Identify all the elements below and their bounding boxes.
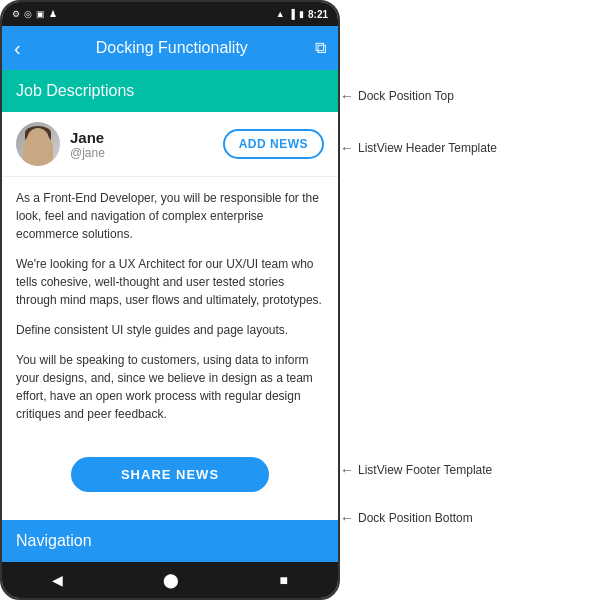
status-time: 8:21 <box>308 9 328 20</box>
avatar-image <box>16 122 60 166</box>
dock-bottom: Navigation <box>2 520 338 562</box>
arrow-left-footer-icon: ← <box>340 462 354 478</box>
user-info: Jane @jane <box>70 129 223 160</box>
nav-back-button[interactable]: ◀ <box>52 572 63 588</box>
dock-bottom-title: Navigation <box>16 532 92 549</box>
avatar-face <box>23 132 53 166</box>
nav-recent-button[interactable]: ■ <box>279 572 287 588</box>
dock-top: Job Descriptions <box>2 70 338 112</box>
user-handle: @jane <box>70 146 223 160</box>
square-icon: ▣ <box>36 9 45 19</box>
annotation-list-header-label: ListView Header Template <box>358 141 497 155</box>
paragraph-1: As a Front-End Developer, you will be re… <box>16 189 324 243</box>
annotation-dock-bottom: ← Dock Position Bottom <box>340 510 473 526</box>
arrow-left-header-icon: ← <box>340 140 354 156</box>
circle-icon: ◎ <box>24 9 32 19</box>
annotation-dock-top-label: Dock Position Top <box>358 89 454 103</box>
paragraph-2: We're looking for a UX Architect for our… <box>16 255 324 309</box>
arrow-left-bottom-icon: ← <box>340 510 354 526</box>
status-bar-left: ⚙ ◎ ▣ ♟ <box>12 9 57 19</box>
annotation-list-header: ← ListView Header Template <box>340 140 497 156</box>
person-icon: ♟ <box>49 9 57 19</box>
share-news-button[interactable]: SHARE NEWS <box>71 457 269 492</box>
nav-home-button[interactable]: ⬤ <box>163 572 179 588</box>
dock-top-title: Job Descriptions <box>16 82 134 99</box>
signal-icon: ▐ <box>289 9 295 19</box>
annotation-dock-top: ← Dock Position Top <box>340 88 454 104</box>
status-bar: ⚙ ◎ ▣ ♟ ▲ ▐ ▮ 8:21 <box>2 2 338 26</box>
list-footer: SHARE NEWS <box>2 447 338 502</box>
avatar <box>16 122 60 166</box>
annotation-dock-bottom-label: Dock Position Bottom <box>358 511 473 525</box>
annotations-panel: ← Dock Position Top ← ListView Header Te… <box>340 0 609 600</box>
phone-frame: ⚙ ◎ ▣ ♟ ▲ ▐ ▮ 8:21 ‹ Docking Functionali… <box>0 0 340 600</box>
nav-bar: ◀ ⬤ ■ <box>2 562 338 598</box>
app-bar: ‹ Docking Functionality ⧉ <box>2 26 338 70</box>
user-name: Jane <box>70 129 223 146</box>
battery-icon: ▮ <box>299 9 304 19</box>
app-bar-title: Docking Functionality <box>29 39 315 57</box>
paragraph-3: Define consistent UI style guides and pa… <box>16 321 324 339</box>
content-text: As a Front-End Developer, you will be re… <box>2 177 338 447</box>
external-link-icon[interactable]: ⧉ <box>315 39 326 57</box>
arrow-left-icon: ← <box>340 88 354 104</box>
annotation-list-footer-label: ListView Footer Template <box>358 463 492 477</box>
back-button[interactable]: ‹ <box>14 37 21 60</box>
add-news-button[interactable]: ADD NEWS <box>223 129 324 159</box>
paragraph-4: You will be speaking to customers, using… <box>16 351 324 423</box>
wifi-icon: ▲ <box>276 9 285 19</box>
status-bar-right: ▲ ▐ ▮ 8:21 <box>276 9 328 20</box>
settings-icon: ⚙ <box>12 9 20 19</box>
content-area: Jane @jane ADD NEWS As a Front-End Devel… <box>2 112 338 520</box>
annotation-list-footer: ← ListView Footer Template <box>340 462 492 478</box>
list-header: Jane @jane ADD NEWS <box>2 112 338 177</box>
